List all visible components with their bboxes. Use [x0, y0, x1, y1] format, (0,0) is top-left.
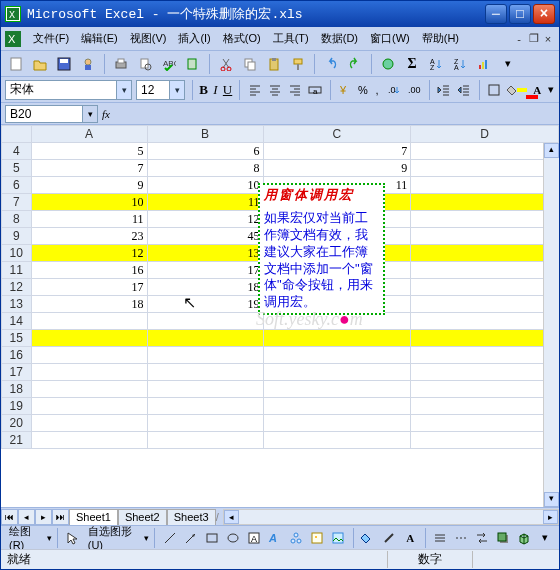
tab-first-button[interactable]: ⏮ [1, 509, 18, 525]
cell[interactable]: 45 [147, 228, 263, 245]
align-right-button[interactable] [287, 79, 303, 101]
menu-help[interactable]: 帮助(H) [416, 29, 465, 48]
undo-button[interactable] [320, 53, 342, 75]
row-header[interactable]: 14 [2, 313, 32, 330]
row-header[interactable]: 15 [2, 330, 32, 347]
increase-indent-button[interactable] [456, 79, 472, 101]
close-button[interactable]: × [533, 4, 555, 24]
diagram-button[interactable] [287, 527, 306, 549]
editing-text-box[interactable]: 用窗体调用宏 如果宏仅对当前工作簿文档有效，我建议大家在工作簿文档中添加一个"窗… [258, 183, 385, 315]
row-header[interactable]: 4 [2, 143, 32, 160]
cell[interactable] [31, 381, 147, 398]
cell[interactable]: 10 [31, 194, 147, 211]
row-header[interactable]: 21 [2, 432, 32, 449]
cell[interactable] [147, 398, 263, 415]
table-row[interactable]: 21 [2, 432, 559, 449]
bold-button[interactable]: B [199, 80, 208, 100]
row-header[interactable]: 18 [2, 381, 32, 398]
chevron-down-icon[interactable]: ▾ [83, 105, 98, 123]
insert-picture-button[interactable] [329, 527, 348, 549]
format-painter-button[interactable] [287, 53, 309, 75]
col-header[interactable]: B [147, 126, 263, 143]
tab-prev-button[interactable]: ◂ [18, 509, 35, 525]
cell[interactable] [31, 364, 147, 381]
cell[interactable]: 10 [147, 177, 263, 194]
menu-view[interactable]: 视图(V) [124, 29, 173, 48]
row-header[interactable]: 11 [2, 262, 32, 279]
cell[interactable] [147, 347, 263, 364]
menu-edit[interactable]: 编辑(E) [75, 29, 124, 48]
menu-file[interactable]: 文件(F) [27, 29, 75, 48]
cell[interactable]: 12 [31, 245, 147, 262]
table-row[interactable]: 20 [2, 415, 559, 432]
redo-button[interactable] [344, 53, 366, 75]
minimize-button[interactable]: ─ [485, 4, 507, 24]
tab-next-button[interactable]: ▸ [35, 509, 52, 525]
autoshapes-menu[interactable]: 自选图形(U) [84, 524, 143, 551]
maximize-button[interactable]: □ [509, 4, 531, 24]
cell[interactable] [147, 313, 263, 330]
cell[interactable]: 9 [411, 177, 559, 194]
fx-label[interactable]: fx [102, 108, 110, 120]
cell[interactable]: 16 [411, 279, 559, 296]
row-header[interactable]: 5 [2, 160, 32, 177]
cell[interactable]: 17 [147, 262, 263, 279]
cell[interactable] [411, 415, 559, 432]
fill-color-button[interactable] [359, 527, 378, 549]
line-style-button[interactable] [431, 527, 450, 549]
table-row[interactable]: 16 [2, 347, 559, 364]
cell[interactable]: 8 [411, 160, 559, 177]
cell[interactable] [31, 415, 147, 432]
name-box[interactable] [5, 105, 83, 123]
col-header[interactable]: D [411, 126, 559, 143]
row-header[interactable]: 16 [2, 347, 32, 364]
toolbar-options-button[interactable]: ▾ [536, 527, 555, 549]
print-button[interactable] [110, 53, 132, 75]
sort-desc-button[interactable]: ZA [449, 53, 471, 75]
chart-wizard-button[interactable] [473, 53, 495, 75]
row-header[interactable]: 20 [2, 415, 32, 432]
table-row[interactable]: 45677 [2, 143, 559, 160]
line-color-button[interactable] [380, 527, 399, 549]
spelling-button[interactable]: ABC [158, 53, 180, 75]
cell[interactable] [31, 398, 147, 415]
row-header[interactable]: 13 [2, 296, 32, 313]
font-name-input[interactable] [6, 81, 116, 99]
toolbar-options-button[interactable]: ▾ [546, 79, 555, 101]
merge-center-button[interactable]: a [307, 79, 323, 101]
scroll-right-button[interactable]: ▸ [543, 510, 558, 524]
tab-last-button[interactable]: ⏭ [52, 509, 69, 525]
col-header[interactable]: C [263, 126, 411, 143]
scroll-up-button[interactable]: ▴ [544, 143, 559, 158]
cell[interactable]: 16 [31, 262, 147, 279]
research-button[interactable] [182, 53, 204, 75]
cell[interactable]: 9 [263, 160, 411, 177]
table-row[interactable]: 57898 [2, 160, 559, 177]
select-all-corner[interactable] [2, 126, 32, 143]
table-row[interactable]: 17 [2, 364, 559, 381]
arrow-button[interactable] [181, 527, 200, 549]
cell[interactable]: 13 [147, 245, 263, 262]
borders-button[interactable] [486, 79, 502, 101]
formula-input[interactable] [114, 105, 555, 123]
sheet-tab[interactable]: Sheet3 [167, 509, 216, 525]
decrease-decimal-button[interactable]: .00 [406, 79, 422, 101]
cell[interactable] [31, 313, 147, 330]
row-header[interactable]: 6 [2, 177, 32, 194]
cell[interactable]: 12 [411, 245, 559, 262]
row-header[interactable]: 9 [2, 228, 32, 245]
table-row[interactable]: 19 [2, 398, 559, 415]
italic-button[interactable]: I [212, 80, 219, 100]
select-objects-button[interactable] [63, 527, 82, 549]
cell[interactable]: 5 [31, 143, 147, 160]
new-button[interactable] [5, 53, 27, 75]
horizontal-scrollbar[interactable]: ◂ ▸ [223, 509, 559, 525]
cell[interactable] [263, 347, 411, 364]
cell[interactable] [411, 398, 559, 415]
row-header[interactable]: 8 [2, 211, 32, 228]
cell[interactable] [31, 330, 147, 347]
font-size-input[interactable] [137, 81, 169, 99]
cell[interactable]: 11 [31, 211, 147, 228]
cell[interactable] [411, 364, 559, 381]
paste-button[interactable] [263, 53, 285, 75]
